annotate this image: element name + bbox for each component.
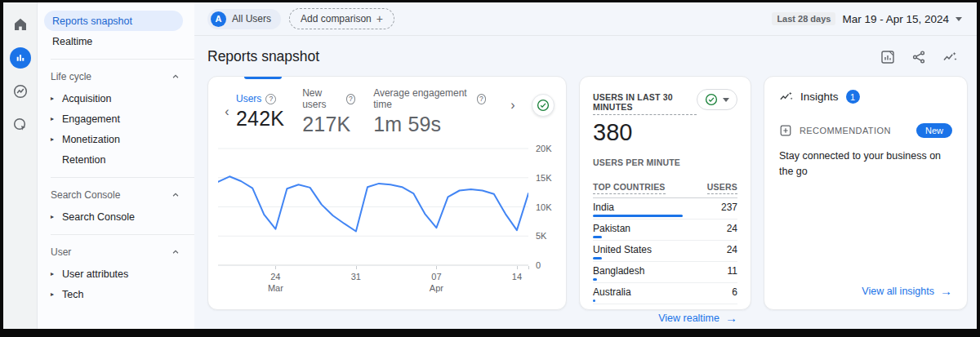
section-title: Search Console	[51, 189, 120, 201]
users-overview-card: ‹ Users ? 242K New users ? 217K	[207, 76, 567, 310]
all-users-segment-chip[interactable]: A All Users	[207, 9, 281, 29]
help-icon[interactable]: ?	[265, 94, 276, 104]
advertising-icon[interactable]	[10, 114, 31, 135]
country-row: Bangladesh11	[593, 262, 737, 283]
segment-avatar: A	[211, 11, 226, 27]
home-icon[interactable]	[10, 14, 31, 35]
country-users: 24	[727, 223, 737, 234]
segment-label: All Users	[232, 13, 271, 24]
section-title: User	[51, 246, 71, 258]
chevron-up-icon	[172, 248, 180, 256]
comparison-topbar: A All Users Add comparison + Last 28 day…	[194, 2, 977, 36]
next-metrics-button[interactable]: ›	[504, 98, 522, 113]
country-name: Australia	[593, 286, 631, 298]
chevron-up-icon	[172, 191, 180, 199]
sidebar-item-label: Reports snapshot	[52, 16, 132, 27]
divider	[51, 59, 194, 60]
link-label: View realtime	[658, 313, 719, 324]
metric-label: Average engagement time	[373, 87, 472, 110]
app-window: Reports snapshot Realtime Life cycle ▸ A…	[0, 0, 980, 337]
expand-arrow-icon: ▸	[51, 290, 62, 298]
realtime-status-dropdown[interactable]	[697, 89, 737, 110]
country-users: 24	[727, 244, 737, 255]
page-header: Reports snapshot	[194, 36, 977, 76]
sidebar-item-retention[interactable]: ▸ Retention	[38, 149, 194, 170]
sidebar-item-label: Search Console	[62, 211, 135, 223]
view-all-insights-link[interactable]: View all insights →	[779, 277, 952, 298]
previous-metrics-button[interactable]: ‹	[218, 104, 236, 119]
expand-arrow-icon: ▸	[51, 270, 62, 277]
metric-value: 1m 59s	[373, 113, 486, 136]
sidebar-item-label: Realtime	[52, 36, 92, 47]
insights-icon[interactable]	[942, 50, 957, 64]
expand-arrow-icon: ▸	[51, 135, 62, 143]
metric-tab-new-users[interactable]: New users ? 217K	[302, 87, 355, 136]
metric-tab-users[interactable]: Users ? 242K	[236, 93, 284, 131]
report-nav-sidebar: Reports snapshot Realtime Life cycle ▸ A…	[38, 2, 194, 329]
view-realtime-link[interactable]: View realtime →	[593, 304, 737, 325]
data-quality-button[interactable]	[532, 94, 555, 117]
insight-message[interactable]: Stay connected to your business on the g…	[779, 149, 952, 180]
customize-report-icon[interactable]	[880, 50, 895, 64]
chevron-up-icon	[172, 73, 180, 81]
insights-icon	[779, 90, 793, 104]
new-badge: New	[916, 123, 952, 138]
sidebar-section-life-cycle[interactable]: Life cycle	[38, 67, 194, 86]
help-icon[interactable]: ?	[346, 94, 355, 104]
sidebar-item-reports-snapshot[interactable]: Reports snapshot	[44, 11, 183, 31]
insights-card: Insights 1 RECOMMENDATION New Stay conne…	[764, 76, 968, 310]
cards-row: ‹ Users ? 242K New users ? 217K	[194, 76, 977, 310]
sidebar-item-user-attributes[interactable]: ▸ User attributes	[38, 264, 194, 284]
metric-tab-avg-engagement-time[interactable]: Average engagement time ? 1m 59s	[373, 87, 486, 136]
link-label: View all insights	[862, 286, 934, 297]
sidebar-item-tech[interactable]: ▸ Tech	[38, 284, 194, 304]
col-users: USERS	[707, 182, 737, 194]
check-circle-icon	[537, 99, 550, 112]
sidebar-item-realtime[interactable]: Realtime	[44, 31, 183, 51]
explore-icon[interactable]	[10, 81, 31, 102]
country-bar	[593, 215, 683, 217]
metric-label: New users	[302, 87, 342, 110]
divider	[51, 177, 194, 178]
country-row: India237	[593, 198, 737, 219]
spacer	[528, 266, 555, 294]
nav-rail	[3, 2, 38, 329]
country-row: Australia6	[593, 283, 737, 304]
country-row: Pakistan24	[593, 219, 737, 241]
sidebar-item-label: Engagement	[62, 113, 120, 125]
add-box-icon	[779, 124, 792, 137]
sidebar-section-search-console[interactable]: Search Console	[38, 185, 194, 205]
selected-metric-indicator	[244, 77, 282, 79]
share-icon[interactable]	[911, 50, 926, 64]
country-bar	[593, 278, 597, 281]
sidebar-item-engagement[interactable]: ▸ Engagement	[38, 109, 194, 129]
y-axis-labels: 05K10K15K20K	[528, 148, 555, 266]
plus-icon: +	[376, 12, 383, 25]
sidebar-item-label: User attributes	[62, 268, 128, 280]
caret-down-icon	[723, 98, 729, 102]
reports-icon[interactable]	[10, 47, 31, 69]
insights-count-badge: 1	[846, 90, 860, 104]
sidebar-item-search-console[interactable]: ▸ Search Console	[38, 206, 194, 227]
sidebar-section-user[interactable]: User	[38, 242, 194, 262]
country-users: 11	[728, 265, 737, 277]
users-trend-plot[interactable]	[218, 148, 528, 266]
date-range-picker[interactable]: Last 28 days Mar 19 - Apr 15, 2024	[772, 12, 962, 25]
sidebar-item-label: Monetization	[62, 134, 120, 145]
realtime-title: USERS IN LAST 30 MINUTES	[593, 92, 697, 115]
explore-icon-glyph	[12, 83, 29, 100]
metric-value: 242K	[236, 107, 284, 131]
country-name: United States	[593, 244, 652, 255]
country-name: Bangladesh	[593, 265, 644, 277]
sidebar-item-label: Tech	[62, 289, 83, 300]
page-title: Reports snapshot	[207, 48, 319, 65]
sidebar-item-acquisition[interactable]: ▸ Acquisition	[38, 88, 194, 109]
home-icon-glyph	[12, 16, 29, 33]
metric-tabs: ‹ Users ? 242K New users ? 217K	[218, 87, 555, 136]
country-users: 237	[721, 202, 737, 213]
country-bar	[593, 236, 602, 238]
add-comparison-button[interactable]: Add comparison +	[289, 8, 394, 29]
metric-label: Users	[236, 93, 261, 104]
help-icon[interactable]: ?	[477, 94, 487, 104]
sidebar-item-monetization[interactable]: ▸ Monetization	[38, 129, 194, 149]
